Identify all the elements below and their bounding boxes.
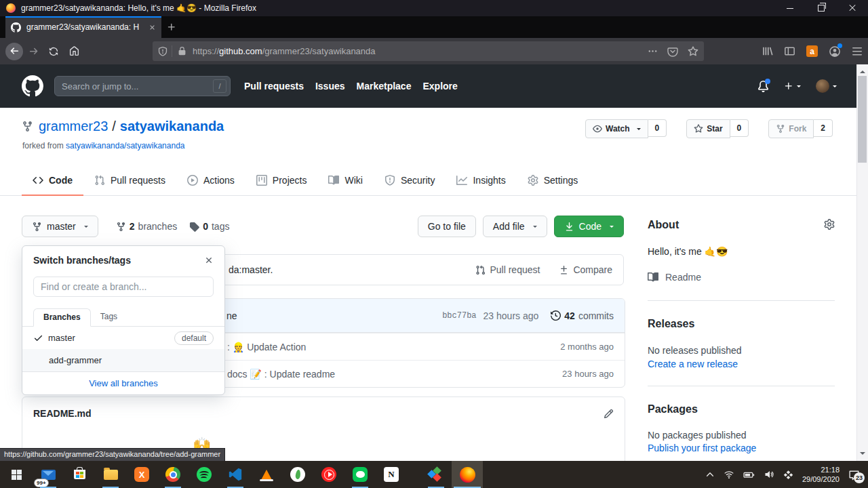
github-search[interactable]: /: [54, 76, 231, 96]
taskbar-notion[interactable]: N: [376, 461, 407, 488]
tab-branches[interactable]: Branches: [33, 308, 91, 327]
sidebar-toggle-icon[interactable]: [784, 45, 795, 57]
repo-name-link[interactable]: satyawikananda: [120, 119, 224, 134]
page-scrollbar[interactable]: [856, 64, 868, 461]
branch-find-input[interactable]: [33, 277, 214, 297]
watch-count[interactable]: 0: [648, 119, 667, 137]
create-new-button[interactable]: [784, 81, 801, 91]
branches-count-link[interactable]: 2 branches: [116, 221, 177, 232]
url-bar[interactable]: https://github.com/grammer23/satyawikana…: [153, 41, 704, 61]
firefox-account-icon[interactable]: [829, 45, 841, 58]
branch-item-master[interactable]: master default: [22, 327, 224, 349]
tab-wiki[interactable]: Wiki: [317, 166, 373, 196]
readme-anchor-link[interactable]: Readme: [648, 272, 701, 283]
library-icon[interactable]: [762, 45, 773, 57]
nav-pull-requests[interactable]: Pull requests: [244, 81, 304, 92]
taskbar-youtube-music[interactable]: [313, 461, 344, 488]
tab-actions[interactable]: Actions: [176, 166, 245, 196]
page-actions-icon[interactable]: [648, 46, 658, 56]
taskbar-file-explorer[interactable]: [95, 461, 126, 488]
about-gear-icon[interactable]: [824, 219, 835, 230]
scroll-down-arrow-icon[interactable]: [860, 452, 865, 458]
view-all-branches-link[interactable]: View all branches: [22, 371, 224, 394]
amazon-extension-icon[interactable]: a: [806, 45, 818, 57]
taskbar-chrome[interactable]: [157, 461, 189, 488]
bookmark-star-icon[interactable]: [688, 46, 698, 57]
close-icon[interactable]: [204, 256, 214, 265]
commit-message-partial[interactable]: ne: [226, 310, 237, 321]
tracking-shield-icon[interactable]: [158, 47, 167, 56]
reload-button[interactable]: [43, 41, 64, 62]
action-center-button[interactable]: 23: [848, 469, 860, 481]
pull-request-link[interactable]: Pull request: [475, 264, 540, 275]
user-menu-button[interactable]: [816, 79, 837, 93]
commits-count-link[interactable]: 42 commits: [551, 310, 614, 321]
tab-code[interactable]: Code: [22, 166, 83, 196]
close-button[interactable]: [837, 0, 868, 16]
tab-insights[interactable]: Insights: [446, 166, 516, 196]
branch-select-button[interactable]: master: [22, 216, 98, 237]
browser-tab[interactable]: grammer23/satyawikananda: H: [5, 16, 161, 38]
tab-settings[interactable]: Settings: [517, 166, 589, 196]
start-button[interactable]: [0, 461, 33, 488]
taskbar-vlc[interactable]: [251, 461, 282, 488]
taskbar-clock[interactable]: 21:18 29/09/2020: [802, 465, 840, 484]
commit-time[interactable]: 23 hours ago: [484, 310, 539, 321]
star-count[interactable]: 0: [730, 119, 749, 137]
fork-button[interactable]: Fork: [768, 119, 814, 138]
repo-owner-link[interactable]: grammer23: [39, 119, 108, 134]
lock-icon[interactable]: [178, 47, 186, 56]
tab-pull-requests[interactable]: Pull requests: [83, 166, 176, 196]
compare-link[interactable]: Compare: [559, 264, 612, 275]
battery-icon[interactable]: [743, 469, 755, 481]
tab-projects[interactable]: Projects: [245, 166, 318, 196]
github-logo-icon[interactable]: [22, 75, 43, 97]
minimize-button[interactable]: [774, 0, 806, 16]
commit-sha-link[interactable]: bbc77ba: [442, 311, 476, 321]
taskbar-mongodb[interactable]: [282, 461, 313, 488]
file-commit-message[interactable]: docs 📝 : Update readme: [227, 369, 335, 380]
code-download-button[interactable]: Code: [554, 216, 624, 237]
pocket-icon[interactable]: [667, 46, 678, 57]
scrollbar-thumb[interactable]: [858, 76, 867, 163]
forked-from-link[interactable]: satyawikananda/satyawikananda: [66, 141, 184, 150]
nav-marketplace[interactable]: Marketplace: [357, 81, 412, 92]
notifications-bell-icon[interactable]: [757, 81, 769, 92]
speaker-icon[interactable]: [764, 469, 774, 480]
taskbar-mail[interactable]: 99+: [33, 461, 64, 488]
taskbar-firefox[interactable]: [452, 461, 483, 488]
tray-expand-chevron-icon[interactable]: [705, 470, 715, 479]
taskbar-diamond-app[interactable]: [420, 461, 452, 488]
go-to-file-button[interactable]: Go to file: [418, 216, 476, 237]
nav-issues[interactable]: Issues: [315, 81, 345, 92]
file-commit-message[interactable]: : 👷 Update Action: [227, 342, 306, 352]
scroll-up-arrow-icon[interactable]: [860, 68, 865, 73]
search-input[interactable]: [54, 76, 231, 96]
home-button[interactable]: [64, 41, 84, 62]
readme-filename[interactable]: README.md: [33, 408, 92, 419]
edit-pencil-icon[interactable]: [604, 409, 614, 419]
new-tab-button[interactable]: [161, 16, 182, 38]
taskbar-store[interactable]: [64, 461, 95, 488]
watch-button[interactable]: Watch: [585, 119, 648, 138]
restore-button[interactable]: [806, 0, 837, 16]
fork-count[interactable]: 2: [814, 119, 833, 137]
forward-button[interactable]: [23, 41, 43, 62]
wifi-icon[interactable]: [724, 469, 734, 480]
packages-title[interactable]: Packages: [648, 403, 698, 415]
create-release-link[interactable]: Create a new release: [648, 359, 738, 369]
taskbar-spotify[interactable]: [189, 461, 220, 488]
publish-package-link[interactable]: Publish your first package: [648, 443, 756, 453]
nav-explore[interactable]: Explore: [422, 81, 457, 92]
add-file-button[interactable]: Add file: [483, 216, 547, 237]
back-button[interactable]: [5, 43, 23, 60]
tab-tags[interactable]: Tags: [91, 308, 127, 327]
tags-count-link[interactable]: 0 tags: [189, 221, 229, 232]
star-button[interactable]: Star: [686, 119, 730, 138]
taskbar-vscode[interactable]: [220, 461, 251, 488]
menu-hamburger-icon[interactable]: [852, 46, 863, 57]
tab-close-icon[interactable]: [149, 24, 156, 31]
releases-title[interactable]: Releases: [648, 318, 694, 330]
dropbox-pinwheel-icon[interactable]: [783, 470, 793, 480]
branch-item-add-grammer[interactable]: add-grammer: [22, 349, 224, 371]
